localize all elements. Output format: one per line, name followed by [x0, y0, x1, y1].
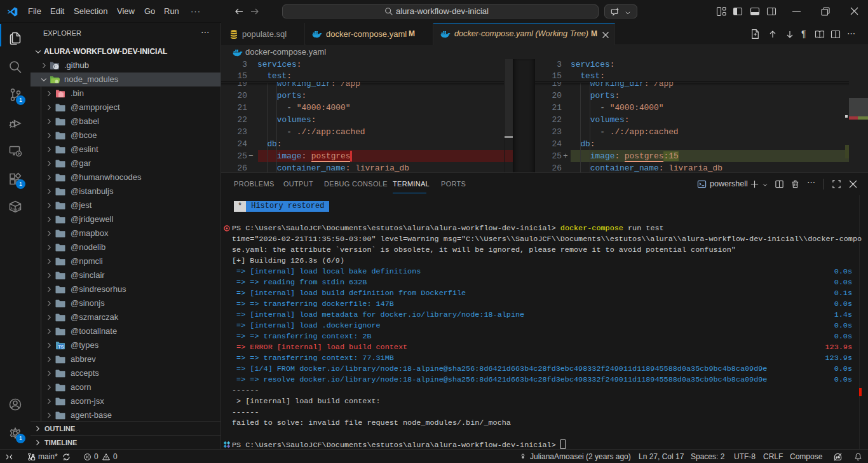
svg-text:TS: TS [58, 345, 64, 349]
